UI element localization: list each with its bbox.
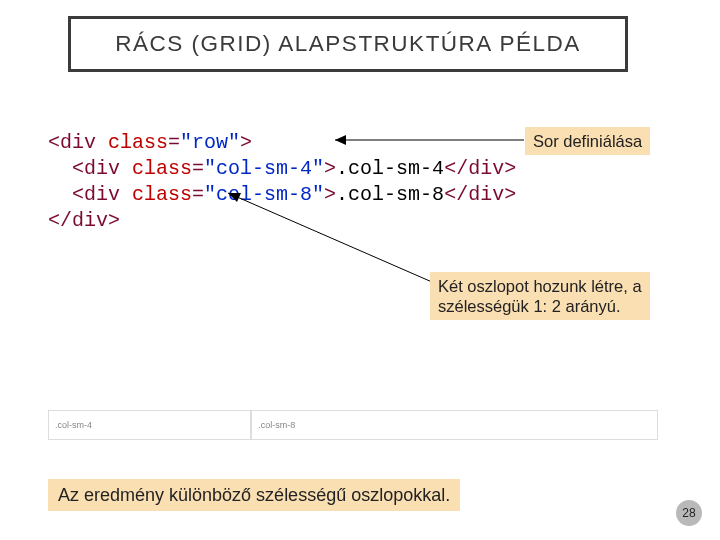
- demo-grid-row: .col-sm-4 .col-sm-8: [48, 410, 658, 440]
- annotation-arrows: [0, 0, 720, 540]
- code-tag-open: <div: [48, 157, 132, 180]
- code-text: .col-sm-4: [336, 157, 444, 180]
- code-tag-open: <div: [48, 183, 132, 206]
- code-eq: =: [168, 131, 180, 154]
- code-eq: =: [192, 183, 204, 206]
- code-tag-close: </div>: [444, 157, 516, 180]
- code-gt: >: [324, 183, 336, 206]
- code-gt: >: [240, 131, 252, 154]
- code-tag-open: <div: [48, 131, 108, 154]
- code-attr: class: [132, 183, 192, 206]
- code-eq: =: [192, 157, 204, 180]
- demo-col-8: .col-sm-8: [251, 410, 658, 440]
- page-number: 28: [676, 500, 702, 526]
- slide-title-box: RÁCS (GRID) ALAPSTRUKTÚRA PÉLDA: [68, 16, 628, 72]
- code-val: "row": [180, 131, 240, 154]
- code-text: .col-sm-8: [336, 183, 444, 206]
- callout-row-definition: Sor definiálása: [525, 127, 650, 155]
- code-gt: >: [324, 157, 336, 180]
- code-block: <div class="row"> <div class="col-sm-4">…: [48, 130, 516, 234]
- code-attr: class: [108, 131, 168, 154]
- code-tag-close: </div>: [444, 183, 516, 206]
- slide-title: RÁCS (GRID) ALAPSTRUKTÚRA PÉLDA: [115, 31, 580, 57]
- demo-col-4: .col-sm-4: [48, 410, 251, 440]
- callout-columns: Két oszlopot hozunk létre, a szélességük…: [430, 272, 650, 320]
- code-val: "col-sm-4": [204, 157, 324, 180]
- code-val: "col-sm-8": [204, 183, 324, 206]
- code-tag-close: </div>: [48, 209, 120, 232]
- callout-result: Az eredmény különböző szélességű oszlopo…: [48, 479, 460, 511]
- code-attr: class: [132, 157, 192, 180]
